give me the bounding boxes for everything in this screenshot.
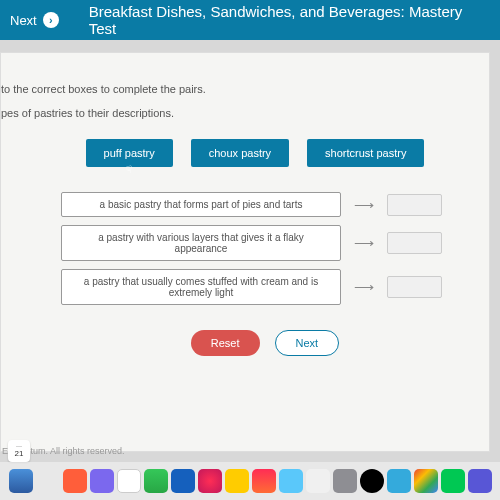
facetime-icon[interactable] xyxy=(144,469,168,493)
arrow-icon: ⟶ xyxy=(349,235,379,251)
app-icon[interactable] xyxy=(441,469,465,493)
arrow-icon: ⟶ xyxy=(349,197,379,213)
pair-row: a basic pastry that forms part of pies a… xyxy=(61,192,469,217)
pair-row: a pastry that usually comes stuffed with… xyxy=(61,269,469,305)
appletv-icon[interactable] xyxy=(360,469,384,493)
music-icon[interactable] xyxy=(198,469,222,493)
hand-cursor-icon: ☟ xyxy=(126,164,132,175)
app-icon[interactable] xyxy=(117,469,141,493)
instruction-line-2: pes of pastries to their descriptions. xyxy=(1,107,469,119)
drop-target-1[interactable] xyxy=(387,194,442,216)
app-icon[interactable] xyxy=(225,469,249,493)
drop-target-3[interactable] xyxy=(387,276,442,298)
app-icon[interactable] xyxy=(36,469,60,493)
chip-choux-pastry[interactable]: choux pastry xyxy=(191,139,289,167)
description-2: a pastry with various layers that gives … xyxy=(61,225,341,261)
instruction-line-1: to the correct boxes to complete the pai… xyxy=(1,83,469,95)
appstore-icon[interactable] xyxy=(387,469,411,493)
matching-pairs: a basic pastry that forms part of pies a… xyxy=(61,192,469,305)
drop-target-2[interactable] xyxy=(387,232,442,254)
chip-puff-pastry[interactable]: puff pastry ☟ xyxy=(86,139,173,167)
content-panel: to the correct boxes to complete the pai… xyxy=(0,52,490,452)
macos-dock xyxy=(0,462,500,500)
reset-button[interactable]: Reset xyxy=(191,330,260,356)
draggable-chips: puff pastry ☟ choux pastry shortcrust pa… xyxy=(41,139,469,167)
app-icon[interactable] xyxy=(90,469,114,493)
calendar-icon[interactable]: — 21 xyxy=(8,440,30,462)
pair-row: a pastry with various layers that gives … xyxy=(61,225,469,261)
page-title: Breakfast Dishes, Sandwiches, and Bevera… xyxy=(89,3,490,37)
description-1: a basic pastry that forms part of pies a… xyxy=(61,192,341,217)
action-buttons: Reset Next xyxy=(61,330,469,356)
chip-shortcrust-pastry[interactable]: shortcrust pastry xyxy=(307,139,424,167)
app-icon[interactable] xyxy=(468,469,492,493)
next-button[interactable]: Next xyxy=(275,330,340,356)
description-3: a pastry that usually comes stuffed with… xyxy=(61,269,341,305)
app-icon[interactable] xyxy=(333,469,357,493)
top-bar: Next › Breakfast Dishes, Sandwiches, and… xyxy=(0,0,500,40)
next-label: Next xyxy=(10,13,37,28)
app-icon[interactable] xyxy=(279,469,303,493)
app-icon[interactable] xyxy=(306,469,330,493)
chrome-icon[interactable] xyxy=(414,469,438,493)
finder-icon[interactable] xyxy=(9,469,33,493)
app-icon[interactable] xyxy=(63,469,87,493)
top-next-button[interactable]: Next › xyxy=(10,12,59,28)
mail-icon[interactable] xyxy=(171,469,195,493)
next-arrow-icon: › xyxy=(43,12,59,28)
arrow-icon: ⟶ xyxy=(349,279,379,295)
app-icon[interactable] xyxy=(252,469,276,493)
